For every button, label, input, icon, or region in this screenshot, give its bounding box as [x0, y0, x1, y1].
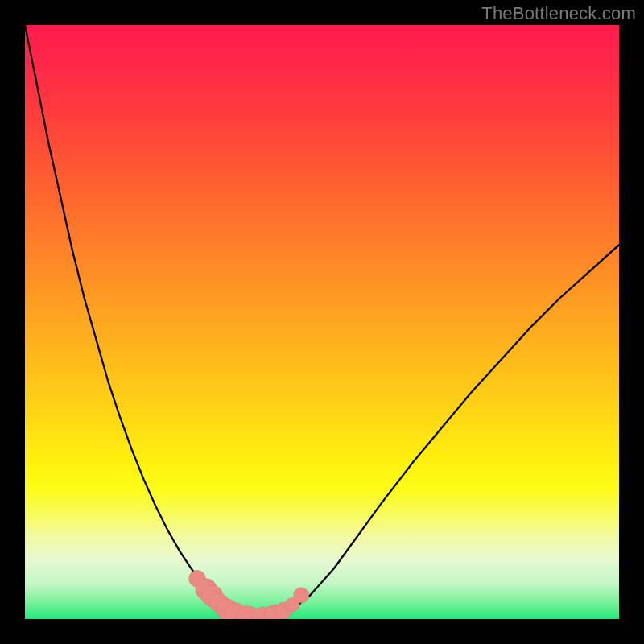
chart-overlay	[25, 25, 619, 619]
plot-area	[25, 25, 619, 619]
curve-markers	[189, 570, 309, 619]
bottleneck-curve	[25, 25, 619, 619]
chart-frame: TheBottleneck.com	[0, 0, 644, 644]
curve-marker	[294, 588, 309, 603]
watermark-text: TheBottleneck.com	[481, 3, 636, 24]
